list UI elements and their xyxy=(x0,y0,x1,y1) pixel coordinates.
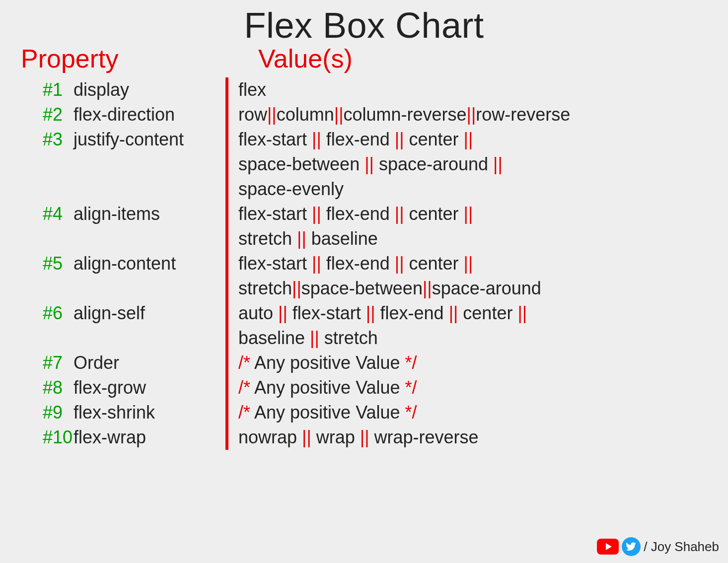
table-row-property: #4 align-items xyxy=(43,202,225,226)
table-row-values: /* Any positive Value */ xyxy=(238,400,708,425)
separator: || xyxy=(307,129,326,149)
table-row-values: /* Any positive Value */ xyxy=(238,375,708,400)
separator: || xyxy=(361,303,380,323)
comment-close: */ xyxy=(405,352,417,373)
table-row-property-continuation xyxy=(43,276,225,301)
row-number: #10 xyxy=(43,425,73,450)
row-number: #5 xyxy=(43,251,73,276)
table-row-values: nowrap || wrap || wrap-reverse xyxy=(238,425,708,450)
separator: || xyxy=(297,427,316,447)
separator: || xyxy=(459,204,473,224)
property-name: flex-grow xyxy=(73,375,146,400)
youtube-icon[interactable] xyxy=(597,539,619,555)
table-row-values: row||column||column-reverse||row-reverse xyxy=(238,102,708,127)
separator: || xyxy=(273,303,292,323)
page-title: Flex Box Chart xyxy=(20,5,708,46)
table-row-property: #6 align-self xyxy=(43,301,225,326)
table-row-property: #1 display xyxy=(43,77,225,102)
separator: || xyxy=(459,253,473,274)
property-name: Order xyxy=(73,351,119,375)
separator: || xyxy=(459,129,473,149)
credit-text: / Joy Shaheb xyxy=(644,539,719,555)
table-row-property-continuation xyxy=(43,226,225,251)
row-number: #1 xyxy=(43,77,73,102)
property-name: flex-direction xyxy=(73,102,175,127)
separator: || xyxy=(512,303,527,323)
separator: || xyxy=(444,303,463,323)
table-row-property-continuation xyxy=(43,152,225,177)
table-row-values-continuation: stretch||space-between||space-around xyxy=(238,276,708,301)
comment-open: /* xyxy=(238,352,250,373)
separator: || xyxy=(423,278,432,298)
property-name: display xyxy=(73,77,129,102)
table-row-values: flex-start || flex-end || center || xyxy=(238,202,708,226)
row-number: #3 xyxy=(43,127,73,152)
twitter-icon[interactable] xyxy=(622,537,641,556)
property-name: align-content xyxy=(73,251,176,276)
separator: || xyxy=(488,154,503,174)
separator: || xyxy=(355,427,374,447)
comment-open: /* xyxy=(238,402,250,422)
row-number: #4 xyxy=(43,202,73,226)
separator: || xyxy=(360,154,379,174)
table-row-values: flex-start || flex-end || center || xyxy=(238,127,708,152)
separator: || xyxy=(292,228,311,249)
separator: || xyxy=(390,253,409,274)
property-name: align-self xyxy=(73,301,145,326)
table-row-property-continuation xyxy=(43,177,225,202)
comment-open: /* xyxy=(238,377,250,398)
table-row-property: #7 Order xyxy=(43,351,225,375)
table-row-property: #2 flex-direction xyxy=(43,102,225,127)
table-row-values-continuation: stretch || baseline xyxy=(238,226,708,251)
separator: || xyxy=(390,129,409,149)
property-name: justify-content xyxy=(73,127,184,152)
table-row-property: #5 align-content xyxy=(43,251,225,276)
row-number: #8 xyxy=(43,375,73,400)
table-row-values-continuation: space-evenly xyxy=(238,177,708,202)
separator: || xyxy=(267,104,277,125)
table-row-values: flex xyxy=(238,77,708,102)
table-row-values-continuation: space-between || space-around || xyxy=(238,152,708,177)
row-number: #2 xyxy=(43,102,73,127)
table-row-property: #8 flex-grow xyxy=(43,375,225,400)
table-row-property-continuation xyxy=(43,326,225,351)
property-name: flex-shrink xyxy=(73,400,155,425)
row-number: #9 xyxy=(43,400,73,425)
row-number: #6 xyxy=(43,301,73,326)
comment-close: */ xyxy=(405,402,417,422)
separator: || xyxy=(390,204,409,224)
separator: || xyxy=(307,204,326,224)
table-row-values: auto || flex-start || flex-end || center… xyxy=(238,301,708,326)
column-header-property: Property xyxy=(20,44,228,73)
comment-close: */ xyxy=(405,377,417,398)
table-row-property: #9 flex-shrink xyxy=(43,400,225,425)
separator: || xyxy=(292,278,301,298)
separator: || xyxy=(334,104,344,125)
flexbox-chart-table: #1 display#2 flex-direction#3 justify-co… xyxy=(20,77,708,450)
table-row-property: #3 justify-content xyxy=(43,127,225,152)
row-number: #7 xyxy=(43,351,73,375)
separator: || xyxy=(467,104,476,125)
table-row-property: #10flex-wrap xyxy=(43,425,225,450)
property-name: flex-wrap xyxy=(73,425,146,450)
separator: || xyxy=(305,328,324,348)
property-name: align-items xyxy=(73,202,160,226)
table-row-values-continuation: baseline || stretch xyxy=(238,326,708,351)
separator: || xyxy=(307,253,326,274)
table-row-values: flex-start || flex-end || center || xyxy=(238,251,708,276)
column-header-values: Value(s) xyxy=(228,44,708,73)
table-row-values: /* Any positive Value */ xyxy=(238,351,708,375)
credit: / Joy Shaheb xyxy=(597,537,719,556)
